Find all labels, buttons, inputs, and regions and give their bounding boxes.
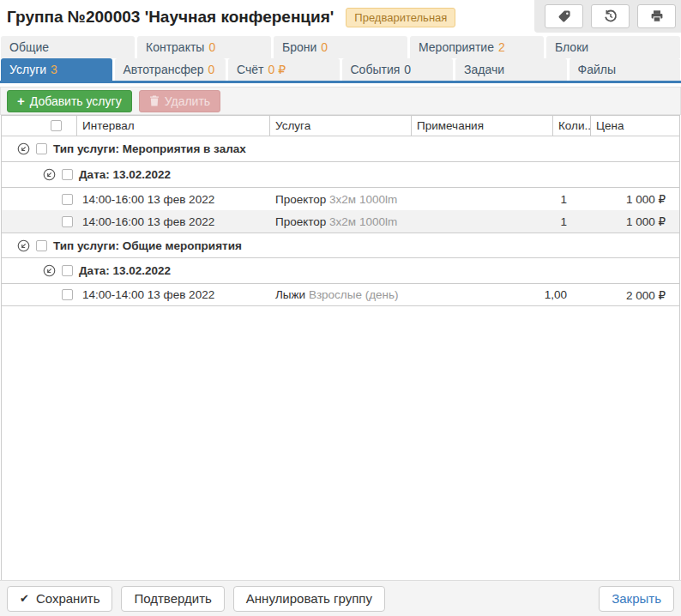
tab-count-badge: 0 [404,63,411,76]
close-button[interactable]: Закрыть [599,586,674,612]
date-group-row: Дата: 13.02.2022 [2,162,679,188]
tabs-row-1: ОбщиеКонтракты0Брони0Мероприятие2Блоки [0,36,681,58]
tab-label: Автотрансфер [124,63,204,76]
services-grid: Интервал Услуга Примечания Коли... Цена … [1,115,680,580]
service-description: 3x2м 1000lm [326,215,397,228]
grid-header: Интервал Услуга Примечания Коли... Цена [2,115,679,136]
tab-faily[interactable]: Файлы [570,58,681,81]
tab-sobytiya[interactable]: События0 [342,58,454,81]
tab-count-badge: 0 [208,40,215,54]
column-header-price[interactable]: Цена [591,116,679,136]
tab-meropriyatie[interactable]: Мероприятие2 [410,36,544,58]
column-header-qty[interactable]: Коли... [553,116,591,136]
tab-label: Контракты [146,40,204,54]
tab-count-badge: 0 [208,63,215,76]
collapse-arrow-icon[interactable] [17,239,30,252]
tags-button[interactable] [545,4,583,28]
history-button[interactable] [591,4,630,28]
confirm-button[interactable]: Подтвердить [121,586,224,612]
group-label: Дата: 13.02.2022 [79,168,171,181]
history-icon [604,9,618,23]
collapse-arrow-icon[interactable] [43,264,56,277]
cell-check [2,216,77,227]
collapse-arrow-icon[interactable] [43,168,56,181]
cell-qty: 1 [553,215,591,228]
cell-service: Проектор 3x2м 1000lm [270,193,412,206]
print-icon [650,9,664,23]
tab-label: Общие [9,40,49,54]
annul-group-button[interactable]: Аннулировать группу [233,586,385,612]
service-name: Проектор [275,215,326,228]
service-row[interactable]: 14:00-16:00 13 фев 2022Проектор 3x2м 100… [2,188,679,210]
tab-label: Счёт [237,63,263,76]
row-checkbox[interactable] [62,216,73,227]
row-checkbox[interactable] [62,194,73,205]
service-name: Проектор [275,193,326,206]
footer-bar: ✔ Сохранить Подтвердить Аннулировать гру… [0,580,681,616]
grid-body: Тип услуги: Мероприятия в залахДата: 13.… [2,136,679,580]
date-group-row: Дата: 13.02.2022 [2,258,679,284]
service-row[interactable]: 14:00-14:00 13 фев 2022Лыжи Взрослые (де… [2,284,679,306]
tab-label: Услуги [9,63,46,76]
plus-icon: + [17,94,25,107]
cell-interval: 14:00-14:00 13 фев 2022 [77,288,270,301]
tab-avtotransfer[interactable]: Автотрансфер0 [115,58,226,81]
row-checkbox[interactable] [62,265,73,276]
tab-label: Файлы [578,63,616,76]
title-bar: Группа №200003 'Научная конференция' Пре… [0,0,681,34]
tab-zadachi[interactable]: Задачи [455,58,567,81]
select-all-checkbox[interactable] [51,120,62,131]
row-checkbox[interactable] [36,143,47,154]
cell-price: 2 000 ₽ [591,288,679,302]
close-label: Закрыть [612,591,661,606]
cell-qty: 1 [553,193,591,206]
annul-label: Аннулировать группу [246,591,372,606]
tab-label: Задачи [464,63,504,76]
service-type-group-row: Тип услуги: Общие мероприятия [2,233,679,258]
group-label: Дата: 13.02.2022 [79,264,171,277]
tab-label: Брони [282,40,316,54]
tab-label: События [351,63,401,76]
tab-kontrakty[interactable]: Контракты0 [137,36,271,58]
tag-icon [557,9,571,23]
tab-schet[interactable]: Счёт0 ₽ [228,58,340,81]
tab-label: Мероприятие [419,40,494,54]
confirm-label: Подтвердить [134,591,211,606]
tab-broni[interactable]: Брони0 [274,36,407,58]
tab-bloki[interactable]: Блоки [546,36,680,58]
save-label: Сохранить [36,591,100,606]
delete-service-label: Удалить [165,94,210,108]
row-checkbox[interactable] [36,240,47,251]
service-type-group-row: Тип услуги: Мероприятия в залах [2,136,679,162]
delete-service-button[interactable]: Удалить [139,90,220,112]
cell-interval: 14:00-16:00 13 фев 2022 [77,215,270,228]
tab-uslugi[interactable]: Услуги3 [1,58,112,81]
check-icon: ✔ [20,592,29,605]
service-row[interactable]: 14:00-16:00 13 фев 2022Проектор 3x2м 100… [2,210,679,233]
group-label: Тип услуги: Общие мероприятия [53,239,242,252]
grid-header-checkbox-cell [2,116,77,136]
tab-count-badge: 0 [321,40,328,54]
services-toolbar: + Добавить услугу Удалить [0,87,681,115]
group-label: Тип услуги: Мероприятия в залах [53,142,246,155]
column-header-notes[interactable]: Примечания [412,116,553,136]
header-icon-buttons [534,0,681,33]
page-title: Группа №200003 'Научная конференция' [7,8,334,27]
save-button[interactable]: ✔ Сохранить [7,586,112,612]
add-service-button[interactable]: + Добавить услугу [7,90,132,112]
cell-service: Лыжи Взрослые (день) [270,288,412,301]
cell-service: Проектор 3x2м 1000lm [270,215,412,228]
row-checkbox[interactable] [62,169,73,180]
column-header-service[interactable]: Услуга [270,116,412,136]
column-header-interval[interactable]: Интервал [77,116,270,136]
add-service-label: Добавить услугу [30,94,122,108]
cell-price: 1 000 ₽ [591,192,679,206]
collapse-arrow-icon[interactable] [17,142,30,155]
active-tab-underline [0,81,681,83]
print-button[interactable] [637,4,676,28]
service-description: Взрослые (день) [305,288,398,301]
tab-obshchie[interactable]: Общие [1,36,135,58]
status-badge: Предварительная [346,8,455,27]
cell-check [2,194,77,205]
row-checkbox[interactable] [62,289,73,300]
